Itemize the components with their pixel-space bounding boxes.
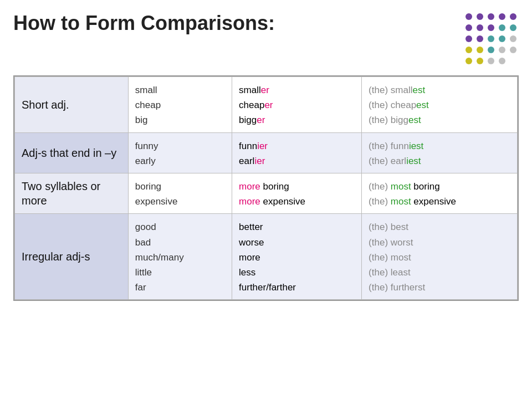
superlative-word: (the) furtherst	[369, 280, 510, 295]
superlative-word: (the) smallest	[369, 83, 510, 98]
comparative-word: better	[239, 219, 355, 234]
base-word: big	[135, 112, 225, 127]
decoration-dot	[488, 58, 494, 64]
row-header-two-syllables: Two syllables or more	[15, 173, 129, 213]
comparative-word: further/farther	[239, 280, 355, 295]
base-form-cell: smallcheapbig	[128, 77, 232, 133]
base-word: funny	[135, 139, 225, 154]
comparative-word: smaller	[239, 83, 355, 98]
decoration-dot	[510, 58, 516, 64]
decoration-dot	[488, 13, 494, 20]
base-form-cell: funnyearly	[128, 132, 232, 173]
superlative-word: (the) funniest	[369, 139, 510, 154]
decoration-dot	[466, 47, 472, 53]
row-header-irregular: Irregular adj-s	[15, 214, 129, 300]
decoration-dot	[477, 13, 483, 20]
comparative-cell: funnierearlier	[232, 132, 362, 173]
base-word: small	[135, 83, 225, 98]
dots-decoration	[466, 13, 519, 66]
decoration-dot	[477, 35, 483, 42]
superlative-word: (the) least	[369, 265, 510, 280]
page: How to Form Comparisons: Short adj.small…	[0, 0, 532, 399]
table-row: Two syllables or moreboringexpensivemore…	[15, 173, 518, 213]
decoration-dot	[466, 58, 472, 64]
decoration-dot	[510, 13, 516, 20]
decoration-dot	[510, 35, 516, 42]
comparative-word: worse	[239, 235, 355, 250]
comparative-word: more	[239, 250, 355, 265]
comparative-word: earlier	[239, 154, 355, 168]
comparative-word: less	[239, 265, 355, 280]
base-word: good	[135, 219, 225, 234]
row-header-short-adj: Short adj.	[15, 77, 129, 133]
base-form-cell: boringexpensive	[128, 173, 232, 213]
decoration-dot	[477, 24, 483, 31]
comparative-cell: smallercheaperbigger	[232, 77, 362, 133]
decoration-dot	[466, 35, 472, 42]
decoration-dot	[510, 47, 516, 53]
table-row: Adj-s that end in –yfunnyearlyfunnierear…	[15, 132, 518, 173]
base-word: early	[135, 154, 225, 168]
decoration-dot	[499, 58, 505, 64]
decoration-dot	[488, 47, 494, 53]
superlative-word: (the) biggest	[369, 112, 510, 127]
table-row: Irregular adj-sgoodbadmuch/manylittlefar…	[15, 214, 518, 300]
superlative-cell: (the) most boring(the) most expensive	[362, 173, 518, 213]
base-word: cheap	[135, 98, 225, 112]
table-row: Short adj.smallcheapbigsmallercheaperbig…	[15, 77, 518, 133]
superlative-cell: (the) funniest(the) earliest	[362, 132, 518, 173]
decoration-dot	[466, 13, 472, 20]
comparative-cell: betterworsemorelessfurther/farther	[232, 214, 362, 300]
comparative-word: cheaper	[239, 98, 355, 112]
decoration-dot	[499, 47, 505, 53]
decoration-dot	[488, 24, 494, 31]
decoration-dot	[488, 35, 494, 42]
header: How to Form Comparisons:	[13, 11, 519, 66]
decoration-dot	[499, 13, 505, 20]
comparative-word: more expensive	[239, 194, 355, 209]
comparison-table-container: Short adj.smallcheapbigsmallercheaperbig…	[13, 75, 519, 301]
base-word: little	[135, 265, 225, 280]
superlative-word: (the) worst	[369, 235, 510, 250]
superlative-word: (the) cheapest	[369, 98, 510, 112]
decoration-dot	[477, 47, 483, 53]
comparative-word: more boring	[239, 179, 355, 194]
superlative-cell: (the) smallest(the) cheapest(the) bigges…	[362, 77, 518, 133]
decoration-dot	[466, 24, 472, 31]
base-word: expensive	[135, 194, 225, 209]
decoration-dot	[510, 24, 516, 31]
comparison-table: Short adj.smallcheapbigsmallercheaperbig…	[14, 76, 518, 300]
decoration-dot	[499, 24, 505, 31]
base-word: much/many	[135, 250, 225, 265]
superlative-word: (the) most	[369, 250, 510, 265]
decoration-dot	[499, 35, 505, 42]
comparative-word: funnier	[239, 139, 355, 154]
row-header-adj-y: Adj-s that end in –y	[15, 132, 129, 173]
superlative-cell: (the) best(the) worst(the) most(the) lea…	[362, 214, 518, 300]
base-word: far	[135, 280, 225, 295]
superlative-word: (the) most boring	[369, 179, 510, 194]
base-word: boring	[135, 179, 225, 194]
superlative-word: (the) earliest	[369, 154, 510, 168]
decoration-dot	[477, 58, 483, 64]
base-word: bad	[135, 235, 225, 250]
page-title: How to Form Comparisons:	[13, 11, 275, 35]
superlative-word: (the) best	[369, 219, 510, 234]
base-form-cell: goodbadmuch/manylittlefar	[128, 214, 232, 300]
comparative-cell: more boringmore expensive	[232, 173, 362, 213]
superlative-word: (the) most expensive	[369, 194, 510, 209]
comparative-word: bigger	[239, 112, 355, 127]
